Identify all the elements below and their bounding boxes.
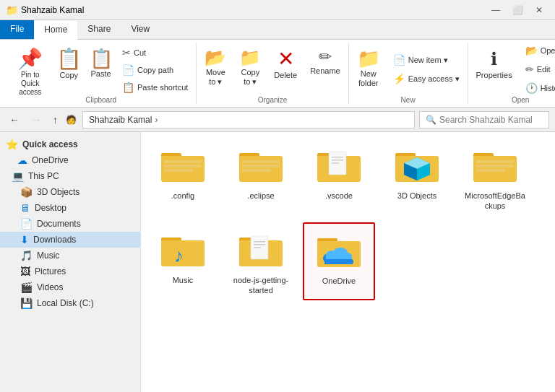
address-bar: ← → ↑ 🧑 Shahzaib Kamal › 🔍 (0, 108, 555, 132)
file-item-3d-objects[interactable]: 3D Objects (381, 138, 453, 217)
sidebar-item-pictures[interactable]: 🖼 Pictures (0, 263, 140, 279)
folder-icon-eclipse (235, 143, 287, 189)
main-content: ⭐ Quick access ☁ OneDrive 💻 This PC 📦 3D… (0, 132, 555, 392)
forward-button[interactable]: → (27, 112, 45, 128)
tab-home[interactable]: Home (34, 21, 77, 40)
copy-path-button[interactable]: 📄 Copy path (117, 62, 193, 78)
svg-rect-15 (332, 162, 339, 164)
file-item-vscode[interactable]: .vscode (303, 138, 375, 217)
breadcrumb-icon: 🧑 (66, 115, 77, 125)
delete-icon: ✕ (278, 49, 294, 69)
sidebar-item-documents[interactable]: 📄 Documents (0, 216, 140, 232)
history-icon: 🕐 (525, 82, 538, 94)
new-item-icon: 📄 (393, 54, 405, 66)
svg-rect-34 (254, 244, 265, 245)
pin-icon: 📌 (17, 49, 43, 69)
paste-icon: 📋 (90, 49, 113, 68)
easy-access-icon: ⚡ (393, 73, 405, 84)
svg-rect-24 (476, 160, 514, 163)
search-input[interactable] (439, 115, 543, 125)
title-bar: 📁 Shahzaib Kamal — ⬜ ✕ (0, 0, 555, 20)
cut-button[interactable]: ✂ Cut (117, 45, 193, 61)
properties-icon: ℹ (491, 49, 497, 69)
this-pc-icon: 💻 (12, 170, 24, 182)
open-group-label: Open (471, 93, 555, 104)
sidebar-item-music[interactable]: 🎵 Music (0, 248, 140, 263)
tab-file[interactable]: File (0, 20, 34, 39)
title-bar-text: Shahzaib Kamal (21, 5, 84, 15)
title-bar-controls: — ⬜ ✕ (486, 3, 549, 17)
svg-rect-14 (332, 160, 343, 161)
copy-to-button[interactable]: 📁 Copy to ▾ (234, 45, 266, 93)
search-box[interactable]: 🔍 (419, 111, 549, 129)
minimize-button[interactable]: — (486, 3, 506, 17)
open-button[interactable]: 📂 Open (520, 43, 555, 58)
folder-icon-node-js (235, 227, 287, 274)
file-label-node-js: node-js-getting-started (230, 275, 292, 296)
new-folder-icon: 📁 (357, 49, 380, 68)
move-to-button[interactable]: 📂 Move to ▾ (199, 45, 231, 93)
cut-icon: ✂ (122, 47, 131, 58)
pictures-icon: 🖼 (20, 266, 30, 277)
close-button[interactable]: ✕ (529, 3, 549, 17)
svg-text:♪: ♪ (174, 245, 184, 266)
file-label-config: .config (171, 191, 194, 201)
svg-rect-13 (332, 157, 343, 158)
quick-access-icon: ⭐ (6, 139, 18, 150)
copy-button[interactable]: 📋 Copy (53, 45, 85, 93)
svg-rect-4 (164, 169, 193, 172)
delete-button[interactable]: ✕ Delete (269, 45, 302, 93)
sidebar-item-downloads[interactable]: ⬇ Downloads (0, 232, 140, 248)
svg-rect-46 (324, 259, 353, 264)
properties-button[interactable]: ℹ Properties (471, 45, 517, 93)
svg-rect-9 (242, 169, 271, 172)
svg-rect-3 (164, 165, 202, 167)
paste-shortcut-icon: 📋 (122, 82, 134, 93)
rename-button[interactable]: ✏ Rename (305, 45, 345, 93)
sidebar-item-desktop[interactable]: 🖥 Desktop (0, 200, 140, 216)
sidebar-item-videos[interactable]: 🎬 Videos (0, 279, 140, 295)
sidebar-item-this-pc[interactable]: 💻 This PC (0, 168, 140, 184)
ribbon-tabs-bar: File Home Share View (0, 20, 555, 40)
pin-to-quick-access-button[interactable]: 📌 Pin to Quick access (9, 45, 51, 93)
file-item-node-js[interactable]: node-js-getting-started (225, 222, 297, 301)
tab-share[interactable]: Share (77, 20, 121, 39)
sidebar-item-onedrive[interactable]: ☁ OneDrive (0, 152, 140, 168)
clipboard-group-label: Clipboard (9, 93, 193, 104)
new-item-button[interactable]: 📄 New item ▾ (388, 52, 465, 68)
sidebar-item-local-disk-c[interactable]: 💾 Local Disk (C:) (0, 295, 140, 311)
copy-path-icon: 📄 (122, 64, 134, 76)
edit-icon: ✏ (525, 64, 534, 75)
file-item-eclipse[interactable]: .eclipse (225, 138, 297, 217)
open-icon: 📂 (525, 45, 538, 56)
folder-icon-config (157, 143, 209, 189)
folder-icon-msedge (469, 143, 521, 189)
file-item-config[interactable]: .config (147, 138, 219, 217)
file-label-onedrive: OneDrive (322, 276, 356, 286)
folder-icon-vscode (313, 143, 365, 189)
downloads-icon: ⬇ (20, 234, 29, 245)
tab-view[interactable]: View (121, 20, 160, 39)
sidebar: ⭐ Quick access ☁ OneDrive 💻 This PC 📦 3D… (0, 132, 141, 392)
desktop-icon: 🖥 (20, 202, 30, 214)
local-disk-icon: 💾 (20, 297, 33, 309)
back-button[interactable]: ← (6, 112, 23, 128)
paste-button[interactable]: 📋 Paste (86, 45, 116, 93)
new-folder-button[interactable]: 📁 New folder (352, 45, 385, 93)
easy-access-button[interactable]: ⚡ Easy access ▾ (388, 71, 465, 87)
sidebar-item-quick-access[interactable]: ⭐ Quick access (0, 136, 140, 152)
path-chevron: › (155, 115, 158, 125)
sidebar-item-3d-objects[interactable]: 📦 3D Objects (0, 184, 140, 200)
folder-icon-music: ♪ (157, 227, 209, 274)
maximize-button[interactable]: ⬜ (507, 3, 528, 17)
file-label-3d-objects: 3D Objects (397, 191, 436, 201)
address-path[interactable]: Shahzaib Kamal › (82, 111, 415, 129)
edit-button[interactable]: ✏ Edit (520, 61, 555, 77)
file-grid: .config .eclipse (141, 132, 555, 392)
file-item-onedrive[interactable]: OneDrive (303, 222, 375, 301)
folder-icon-onedrive (313, 228, 365, 274)
file-item-msedge[interactable]: MicrosoftEdgeBackups (459, 138, 531, 217)
file-item-music[interactable]: ♪ Music (147, 222, 219, 301)
up-button[interactable]: ↑ (49, 112, 61, 128)
copy-icon: 📋 (56, 49, 82, 69)
